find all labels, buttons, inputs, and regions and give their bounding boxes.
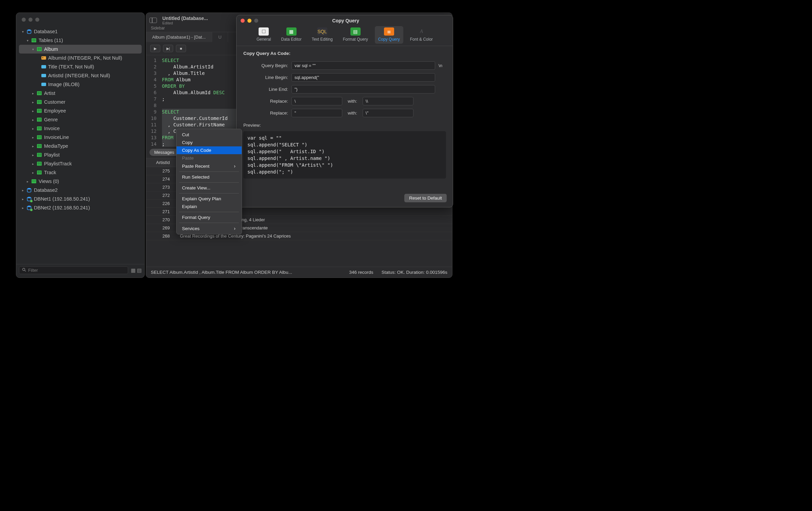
prefs-tab-font-color[interactable]: AFont & Color bbox=[407, 26, 436, 44]
tree-table[interactable]: Invoice bbox=[19, 124, 142, 133]
field-replace2-to[interactable] bbox=[363, 109, 413, 117]
field-line-end[interactable] bbox=[291, 85, 435, 94]
editor-tab[interactable]: U bbox=[212, 32, 228, 42]
field-replace2-from[interactable] bbox=[291, 109, 342, 117]
prefs-tab-general[interactable]: ☐General bbox=[253, 26, 275, 44]
menu-item[interactable]: Services bbox=[177, 224, 242, 232]
cell: 274 bbox=[146, 175, 177, 183]
chevron-right-icon[interactable] bbox=[31, 153, 35, 157]
chevron-down-icon[interactable] bbox=[21, 30, 24, 34]
label-query-begin: Query Begin: bbox=[243, 63, 288, 68]
traffic-min[interactable] bbox=[247, 19, 251, 23]
tree-table[interactable]: PlaylistTrack bbox=[19, 159, 142, 168]
chevron-right-icon[interactable] bbox=[31, 136, 35, 139]
tree-column[interactable]: Image (BLOB) bbox=[19, 80, 142, 89]
menu-separator bbox=[179, 223, 239, 223]
prefs-tabs: ☐General▦Data EditorSQLText Editing▤Form… bbox=[237, 23, 453, 46]
tree-table[interactable]: InvoiceLine bbox=[19, 133, 142, 142]
tree-dbnet1[interactable]: DBNet1 (192.168.50.241) bbox=[19, 195, 142, 203]
menu-item[interactable]: Run Selected bbox=[177, 173, 242, 181]
chevron-right-icon[interactable] bbox=[31, 100, 35, 104]
tree-table[interactable]: Genre bbox=[19, 115, 142, 124]
tree-label: Database2 bbox=[34, 187, 140, 193]
menu-item[interactable]: Create View... bbox=[177, 184, 242, 192]
svg-rect-2 bbox=[32, 39, 36, 40]
sidebar-window: Database1 Tables (11) Album AlbumId (INT… bbox=[16, 13, 145, 278]
field-line-begin[interactable] bbox=[291, 73, 435, 82]
messages-tab[interactable]: Messages bbox=[149, 149, 179, 156]
menu-item[interactable]: Explain bbox=[177, 203, 242, 210]
prefs-tab-text-editing[interactable]: SQLText Editing bbox=[308, 26, 336, 44]
menu-item[interactable]: Format Query bbox=[177, 213, 242, 221]
chevron-right-icon[interactable] bbox=[31, 144, 35, 148]
field-replace1-from[interactable] bbox=[291, 97, 342, 105]
field-replace1-to[interactable] bbox=[363, 97, 413, 105]
traffic-close[interactable] bbox=[241, 19, 245, 23]
tree-db1[interactable]: Database1 bbox=[19, 27, 142, 36]
run-button[interactable]: ▶ bbox=[150, 45, 160, 52]
table-icon bbox=[31, 38, 37, 43]
chevron-right-icon[interactable] bbox=[21, 197, 24, 201]
menu-item[interactable]: Explain Query Plan bbox=[177, 195, 242, 203]
filter-input[interactable] bbox=[28, 268, 125, 273]
chevron-right-icon[interactable] bbox=[31, 109, 35, 113]
chevron-right-icon[interactable] bbox=[31, 91, 35, 95]
menu-item[interactable]: Paste Recent bbox=[177, 162, 242, 170]
tree-table-album[interactable]: Album bbox=[19, 45, 142, 54]
traffic-close[interactable] bbox=[22, 18, 26, 22]
search-icon bbox=[22, 268, 26, 273]
chevron-down-icon[interactable] bbox=[26, 39, 29, 42]
svg-rect-20 bbox=[40, 100, 40, 104]
traffic-max[interactable] bbox=[254, 19, 258, 23]
tree-table[interactable]: Artist bbox=[19, 89, 142, 98]
chevron-right-icon[interactable] bbox=[31, 127, 35, 130]
svg-rect-35 bbox=[40, 127, 40, 130]
chevron-right-icon[interactable] bbox=[31, 118, 35, 122]
tree-table[interactable]: Playlist bbox=[19, 150, 142, 159]
chevron-down-icon[interactable] bbox=[31, 47, 35, 51]
prefs-tab-data-editor[interactable]: ▦Data Editor bbox=[278, 26, 305, 44]
tree-dbnet2[interactable]: DBNet2 (192.168.50.241) bbox=[19, 203, 142, 212]
sidebar-toggle-icon[interactable] bbox=[149, 18, 157, 23]
tree-db2[interactable]: Database2 bbox=[19, 186, 142, 195]
svg-rect-10 bbox=[40, 47, 40, 51]
pi-format-icon: ▤ bbox=[350, 27, 361, 36]
prefs-tab-copy-query[interactable]: ≣Copy Query bbox=[375, 26, 403, 44]
chevron-right-icon[interactable] bbox=[26, 180, 29, 183]
db-tree[interactable]: Database1 Tables (11) Album AlbumId (INT… bbox=[16, 25, 144, 264]
field-query-begin[interactable] bbox=[291, 61, 435, 70]
prefs-tab-format-query[interactable]: ▤Format Query bbox=[340, 26, 371, 44]
tree-column[interactable]: ArtistId (INTEGER, Not Null) bbox=[19, 71, 142, 80]
tree-label: Views (0) bbox=[39, 179, 140, 184]
menu-item[interactable]: Cut bbox=[177, 131, 242, 139]
tree-tables[interactable]: Tables (11) bbox=[19, 36, 142, 45]
traffic-max[interactable] bbox=[35, 18, 39, 22]
traffic-min[interactable] bbox=[28, 18, 33, 22]
tree-table[interactable]: MediaType bbox=[19, 142, 142, 150]
step-button[interactable]: ▶| bbox=[163, 45, 173, 52]
list-icon[interactable]: ▤ bbox=[137, 267, 142, 273]
tree-column[interactable]: Title (TEXT, Not Null) bbox=[19, 62, 142, 71]
context-menu: CutCopyCopy As CodePastePaste RecentRun … bbox=[176, 129, 242, 234]
editor-tab[interactable]: Album (Database1) - [Dat... bbox=[146, 32, 212, 42]
reset-button[interactable]: Reset to Default bbox=[404, 194, 447, 202]
tree-table[interactable]: Employee bbox=[19, 106, 142, 115]
menu-item[interactable]: Copy bbox=[177, 139, 242, 146]
chevron-right-icon[interactable] bbox=[31, 171, 35, 175]
chevron-right-icon[interactable] bbox=[21, 188, 24, 192]
tree-label: Artist bbox=[44, 90, 140, 96]
filter-input-wrap[interactable] bbox=[19, 266, 128, 274]
stop-button[interactable]: ■ bbox=[176, 45, 186, 52]
menu-item[interactable]: Copy As Code bbox=[177, 146, 242, 154]
tree-table[interactable]: Track bbox=[19, 168, 142, 177]
tree-views[interactable]: Views (0) bbox=[19, 177, 142, 186]
menu-item-label: Run Selected bbox=[182, 175, 209, 180]
chevron-right-icon[interactable] bbox=[31, 162, 35, 166]
tree-column[interactable]: AlbumId (INTEGER, PK, Not Null) bbox=[19, 54, 142, 62]
chevron-right-icon[interactable] bbox=[21, 206, 24, 210]
svg-rect-58 bbox=[37, 172, 41, 173]
grid-icon[interactable]: ▦ bbox=[131, 267, 136, 273]
tree-table[interactable]: Customer bbox=[19, 98, 142, 106]
svg-rect-49 bbox=[39, 153, 39, 157]
column-header[interactable]: ArtistId bbox=[146, 158, 177, 167]
